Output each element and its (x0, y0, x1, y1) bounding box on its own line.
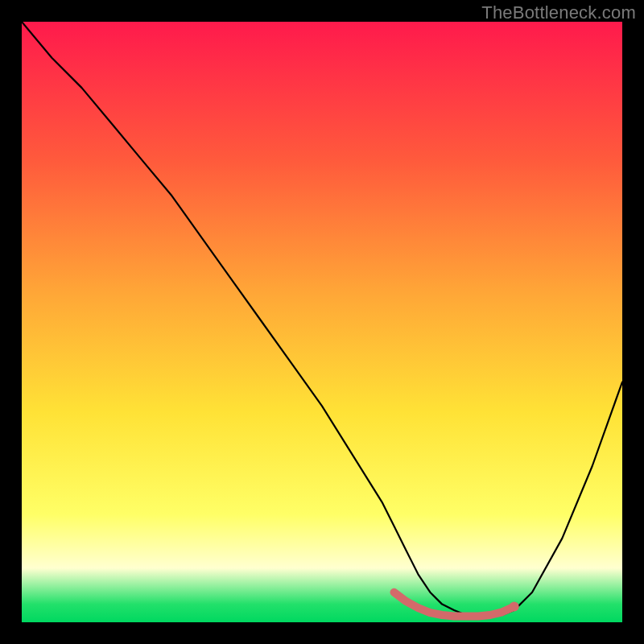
optimal-range-end-dot (510, 602, 519, 612)
watermark-text: TheBottleneck.com (481, 2, 636, 23)
chart-svg (22, 22, 622, 622)
optimal-range-marker (394, 592, 514, 617)
chart-plot-area (22, 22, 622, 622)
bottleneck-curve (22, 22, 622, 617)
chart-frame: TheBottleneck.com (0, 0, 644, 644)
